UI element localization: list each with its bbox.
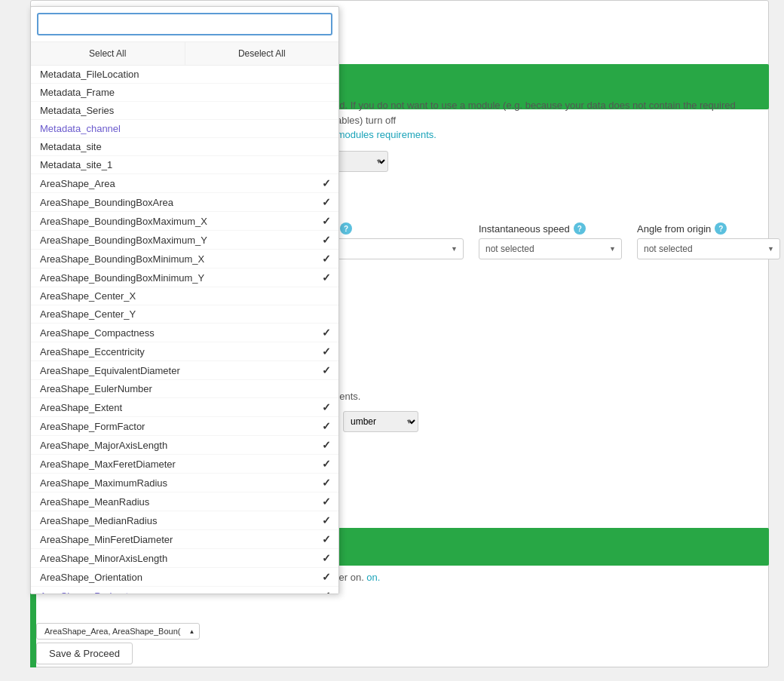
checkmark-icon: ✓: [322, 571, 331, 583]
list-item[interactable]: AreaShape_Compactness✓: [31, 324, 338, 342]
list-item[interactable]: AreaShape_MajorAxisLength✓: [31, 436, 338, 455]
list-item[interactable]: AreaShape_Area✓: [31, 174, 338, 193]
list-item[interactable]: AreaShape_MeanRadius✓: [31, 492, 338, 511]
angle-info-icon[interactable]: ?: [715, 222, 727, 235]
tag-dropdown-container: AreaShape_Area, AreaShape_Boun(: [36, 623, 200, 640]
list-item-label: Metadata_site_1: [40, 159, 112, 170]
list-item[interactable]: AreaShape_FormFactor✓: [31, 417, 338, 436]
info-text: noted. If you do not want to use a modul…: [313, 94, 769, 136]
deselect-all-button[interactable]: Deselect All: [185, 42, 339, 65]
list-item[interactable]: Metadata_Frame: [31, 84, 338, 102]
instantaneous-speed-info-icon[interactable]: ?: [574, 222, 586, 235]
list-item[interactable]: Metadata_FileLocation: [31, 66, 338, 84]
checkmark-icon: ✓: [322, 401, 331, 413]
instantaneous-speed-label: Instantaneous speed ?: [479, 222, 622, 235]
info-text-line1: noted. If you do not want to use a modul…: [320, 100, 736, 126]
checkmark-icon: ✓: [322, 271, 331, 284]
list-item-label: AreaShape_Center_Y: [40, 308, 136, 320]
list-item-label: Metadata_site: [40, 141, 102, 152]
list-item-label: Metadata_Series: [40, 105, 114, 116]
list-item[interactable]: Metadata_channel: [31, 120, 338, 138]
list-item[interactable]: AreaShape_Extent✓: [31, 398, 338, 417]
list-item-label: AreaShape_Orientation: [40, 572, 142, 583]
list-item[interactable]: AreaShape_Center_X: [31, 287, 338, 305]
bottom-link[interactable]: on.: [366, 572, 380, 583]
checkmark-icon: ✓: [322, 420, 331, 432]
btn-row: Select All Deselect All: [31, 42, 338, 66]
joint-info-icon[interactable]: ?: [340, 222, 352, 235]
selects-row: oint ? Instantaneous speed ? not selecte…: [313, 222, 769, 259]
list-item[interactable]: AreaShape_BoundingBoxMinimum_X✓: [31, 250, 338, 268]
list-item-label: AreaShape_BoundingBoxArea: [40, 197, 173, 208]
angle-from-origin-group: Angle from origin ? not selected: [637, 222, 780, 259]
list-item[interactable]: AreaShape_MinFeretDiameter✓: [31, 530, 338, 549]
select-all-button[interactable]: Select All: [31, 42, 185, 65]
angle-from-origin-label: Angle from origin ?: [637, 222, 780, 235]
instantaneous-speed-group: Instantaneous speed ? not selected: [479, 222, 622, 259]
angle-from-origin-wrapper: not selected: [637, 238, 780, 259]
list-item-label: Metadata_Frame: [40, 87, 115, 98]
dropdown-overlay: Select All Deselect All Metadata_FileLoc…: [30, 6, 339, 594]
number-select-wrapper: umber: [343, 411, 418, 432]
list-item-label: AreaShape_Eccentricity: [40, 346, 145, 357]
instantaneous-speed-wrapper: not selected: [479, 238, 622, 259]
search-container: [31, 7, 338, 42]
list-item-label: AreaShape_MinFeretDiameter: [40, 534, 173, 545]
list-item[interactable]: AreaShape_BoundingBoxMaximum_X✓: [31, 212, 338, 231]
angle-from-origin-select[interactable]: not selected: [637, 238, 780, 259]
checkmark-icon: ✓: [322, 345, 331, 357]
list-item-label: AreaShape_MajorAxisLength: [40, 440, 167, 451]
list-item-label: AreaShape_Compactness: [40, 327, 155, 339]
list-item[interactable]: Metadata_Series: [31, 102, 338, 120]
checkmark-icon: ✓: [322, 495, 331, 508]
background-content: [313, 147, 769, 176]
list-item-label: AreaShape_MaxFeretDiameter: [40, 459, 176, 470]
save-proceed-button[interactable]: Save & Proceed: [36, 643, 133, 664]
checkmark-icon: ✓: [322, 177, 331, 189]
tag-dropdown-button[interactable]: AreaShape_Area, AreaShape_Boun(: [36, 623, 200, 640]
list-item[interactable]: AreaShape_EquivalentDiameter✓: [31, 361, 338, 380]
list-item[interactable]: AreaShape_MaxFeretDiameter✓: [31, 455, 338, 474]
list-item-label: AreaShape_BoundingBoxMaximum_Y: [40, 235, 207, 246]
list-item[interactable]: AreaShape_BoundingBoxArea✓: [31, 193, 338, 212]
list-item[interactable]: AreaShape_Eccentricity✓: [31, 342, 338, 361]
list-item[interactable]: AreaShape_BoundingBoxMaximum_Y✓: [31, 231, 338, 250]
joint-select-wrapper: [320, 238, 464, 259]
joint-select[interactable]: [320, 238, 464, 259]
list-item[interactable]: AreaShape_Center_Y: [31, 305, 338, 324]
checkmark-icon: ✓: [322, 327, 331, 339]
list-item[interactable]: Metadata_site: [31, 138, 338, 156]
list-item[interactable]: AreaShape_BoundingBoxMinimum_Y✓: [31, 268, 338, 287]
checkmark-icon: ✓: [322, 364, 331, 376]
list-item[interactable]: AreaShape_Perimeter✓: [31, 587, 338, 594]
checkmark-icon: ✓: [322, 590, 331, 594]
checkmark-icon: ✓: [322, 458, 331, 470]
checkmark-icon: ✓: [322, 234, 331, 246]
list-item-label: AreaShape_MedianRadius: [40, 515, 157, 526]
joint-group: oint ?: [320, 222, 464, 259]
number-row: ? umber: [313, 411, 769, 432]
items-list: Metadata_FileLocationMetadata_FrameMetad…: [31, 66, 338, 594]
main-container: noted. If you do not want to use a modul…: [0, 0, 784, 681]
list-item[interactable]: AreaShape_MedianRadius✓: [31, 511, 338, 530]
list-item-label: AreaShape_Center_X: [40, 290, 136, 302]
list-item[interactable]: AreaShape_MaximumRadius✓: [31, 474, 338, 492]
instantaneous-speed-select[interactable]: not selected: [479, 238, 622, 259]
joint-label: oint ?: [320, 222, 464, 235]
top-select-area: [313, 147, 769, 176]
list-item[interactable]: AreaShape_MinorAxisLength✓: [31, 549, 338, 568]
list-item-label: Metadata_FileLocation: [40, 69, 139, 80]
bottom-text: e later on. on.: [313, 568, 769, 587]
checkmark-icon: ✓: [322, 552, 331, 564]
checkmark-icon: ✓: [322, 533, 331, 545]
list-item[interactable]: Metadata_site_1: [31, 156, 338, 174]
list-item-label: AreaShape_MeanRadius: [40, 496, 149, 508]
list-item-label: AreaShape_Extent: [40, 402, 122, 413]
list-item[interactable]: AreaShape_Orientation✓: [31, 568, 338, 587]
number-select[interactable]: umber: [343, 411, 418, 432]
checkmark-icon: ✓: [322, 477, 331, 489]
list-item-label: AreaShape_EquivalentDiameter: [40, 365, 180, 376]
list-item[interactable]: AreaShape_EulerNumber: [31, 380, 338, 398]
list-item-label: AreaShape_FormFactor: [40, 421, 145, 432]
search-input[interactable]: [37, 13, 332, 35]
